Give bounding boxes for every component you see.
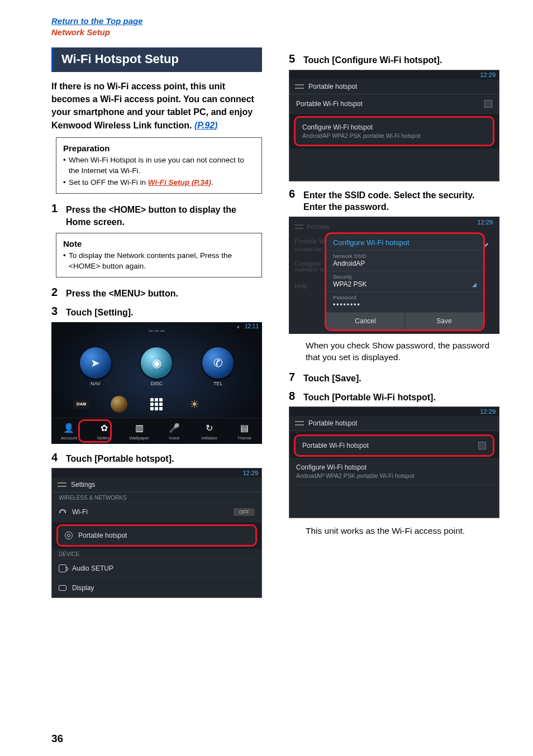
ssid-value: AndroidAP (333, 260, 477, 267)
step-7-num: 7 (289, 371, 299, 385)
step-3-num: 3 (51, 305, 61, 319)
configure-sub-2: AndroidAP WPA2 PSK portable Wi-Fi hotspo… (296, 472, 414, 479)
screenshot-home: ▾ 12:11 ▬ ▬ ▬ ➤NAV ◉DISC ✆TEL DAB ☀ 👤Acc… (51, 322, 262, 444)
left-column: Wi-Fi Hotspot Setup If there is no Wi-Fi… (51, 47, 262, 605)
configure-sub: AndroidAP WPA2 PSK portable Wi-Fi hotspo… (302, 132, 420, 139)
prep-item-1: When Wi-Fi Hotspot is in use you can not… (63, 155, 255, 176)
step-6: 6 Enter the SSID code. Select the securi… (289, 188, 499, 213)
nav-orb[interactable]: ➤ (80, 347, 111, 379)
step-4-num: 4 (51, 452, 61, 465)
dialog-highlight: Configure Wi-Fi hotspot Network SSID And… (325, 232, 485, 331)
step-5-text: Touch [Configure Wi-Fi hotspot]. (303, 53, 499, 66)
configure-label: Configure Wi-Fi hotspot (302, 123, 373, 131)
screenshot-hotspot-configure: 12:29 Portable hotspot Portable Wi-Fi ho… (289, 70, 499, 181)
display-icon (59, 585, 66, 591)
hb-wallpaper[interactable]: ▥Wallpaper (122, 418, 157, 444)
wifi-icon (59, 509, 66, 515)
followup-after-8: This unit works as the Wi-Fi access poin… (306, 525, 499, 537)
ssid-field[interactable]: Network SSID AndroidAP (326, 251, 483, 271)
ssid-label: Network SSID (333, 253, 477, 259)
configure-hotspot-row[interactable]: Configure Wi-Fi hotspot AndroidAP WPA2 P… (296, 118, 493, 145)
section-link[interactable]: Network Setup (51, 27, 499, 38)
return-top-link[interactable]: Return to the Top page (51, 16, 499, 27)
dropdown-arrow-icon: ◢ (472, 281, 477, 288)
apps-grid-icon[interactable] (150, 398, 163, 410)
settings-clock: 12:29 (52, 468, 261, 477)
dab-icon[interactable]: DAB (73, 399, 89, 409)
screenshot-dialog: 12:29 Portable Portable W Portable hot C… (289, 217, 499, 334)
hb-wallpaper-label: Wallpaper (129, 436, 149, 441)
wifi-off-toggle[interactable]: OFF (234, 508, 255, 516)
right-column: 5 Touch [Configure Wi-Fi hotspot]. 12:29… (289, 47, 499, 605)
configure-hotspot-row-2[interactable]: Configure Wi-Fi hotspot AndroidAP WPA2 P… (289, 458, 499, 485)
preparation-box: Preparation When Wi-Fi Hotspot is in use… (56, 137, 262, 194)
intro-text: If there is no Wi-Fi access point, this … (51, 80, 262, 132)
tel-orb[interactable]: ✆ (202, 347, 234, 379)
audio-setup-row[interactable]: Audio SETUP (52, 559, 261, 578)
wireless-section-label: WIRELESS & NETWORKS (52, 492, 261, 503)
hotspot-icon (65, 532, 73, 539)
hotspot1-title: Portable hotspot (308, 83, 357, 90)
intro-body: If there is no Wi-Fi access point, this … (51, 82, 254, 130)
save-button[interactable]: Save (405, 313, 483, 329)
step-8-num: 8 (289, 390, 299, 404)
home-clock: 12:11 (245, 323, 259, 329)
step-2: 2 Press the <MENU> button. (51, 286, 262, 300)
disc-orb[interactable]: ◉ (141, 347, 172, 379)
note-title: Note (63, 239, 255, 248)
prep-item-2: Set to OFF the Wi-Fi in Wi-Fi Setup (P.3… (63, 178, 255, 188)
settings-title: Settings (71, 481, 95, 489)
step-3-text: Touch [Setting]. (66, 305, 262, 319)
hb-voice[interactable]: 🎤Voice (156, 418, 192, 444)
note-text: To display the Network contents panel, P… (63, 251, 255, 272)
portable-wifi-label: Portable Wi-Fi hotspot (296, 100, 363, 108)
followup-after-6: When you check Show password, the passwo… (306, 339, 499, 363)
display-row[interactable]: Display (52, 578, 261, 597)
portable-wifi-hotspot-row[interactable]: Portable Wi-Fi hotspot (289, 94, 499, 114)
prep-item-2-prefix: Set to OFF the Wi-Fi in (69, 178, 148, 186)
step-5-num: 5 (289, 53, 299, 66)
hb-initialize-label: Initialize (201, 436, 217, 441)
step-1: 1 Press the <HOME> button to display the… (51, 203, 262, 228)
section-title: Wi-Fi Hotspot Setup (51, 47, 262, 72)
security-field[interactable]: Security WPA2 PSK ◢ (326, 271, 483, 292)
hotspot2-title: Portable hotspot (308, 419, 357, 427)
hotspot-checkbox-2[interactable] (478, 442, 486, 449)
step-2-num: 2 (51, 286, 61, 300)
speaker-icon (59, 564, 66, 572)
sliders-icon-2 (295, 83, 304, 90)
portable-wifi-highlight: Portable Wi-Fi hotspot (294, 434, 494, 457)
wifi-label: Wi-Fi (72, 508, 88, 516)
portable-wifi-hotspot-row-2[interactable]: Portable Wi-Fi hotspot (296, 436, 493, 455)
hotspot-highlight: Portable hotspot (56, 524, 257, 547)
intro-link[interactable]: (P.92) (194, 121, 218, 130)
step-7: 7 Touch [Save]. (289, 371, 499, 385)
dialog-title: Configure Wi-Fi hotspot (326, 234, 483, 251)
step-7-text: Touch [Save]. (303, 371, 499, 385)
step-6-num: 6 (289, 188, 299, 213)
home-wifi-icon: ▾ (237, 324, 240, 330)
configure-label-2: Configure Wi-Fi hotspot (296, 463, 367, 471)
portable-hotspot-row[interactable]: Portable hotspot (58, 526, 255, 545)
hotspot-checkbox-off[interactable] (484, 100, 492, 108)
weather-icon[interactable]: ☀ (182, 394, 207, 414)
wifi-row[interactable]: Wi-Fi OFF (52, 503, 261, 522)
step-8-text: Touch [Portable Wi-Fi hotspot]. (303, 390, 499, 404)
password-value: •••••••• (333, 301, 477, 309)
hb-theme[interactable]: ▤Theme (227, 418, 262, 444)
prep-wifi-setup-link[interactable]: Wi-Fi Setup (P.34) (148, 178, 211, 186)
hb-initialize[interactable]: ↻Initialize (192, 418, 227, 444)
password-label: Password (333, 294, 477, 300)
cancel-button[interactable]: Cancel (326, 313, 405, 329)
mid-orb-icon[interactable] (111, 396, 127, 413)
sliders-icon (58, 481, 66, 488)
hb-theme-label: Theme (237, 436, 251, 441)
nav-label: NAV (91, 381, 101, 386)
device-section-label: DEVICE (52, 549, 261, 559)
hb-account-label: Account (61, 436, 77, 441)
password-field[interactable]: Password •••••••• (326, 292, 483, 313)
step-8: 8 Touch [Portable Wi-Fi hotspot]. (289, 390, 499, 404)
step-2-text: Press the <MENU> button. (66, 286, 262, 300)
step-4: 4 Touch [Portable hotspot]. (51, 452, 262, 465)
step-1-text: Press the <HOME> button to display the H… (66, 203, 262, 228)
